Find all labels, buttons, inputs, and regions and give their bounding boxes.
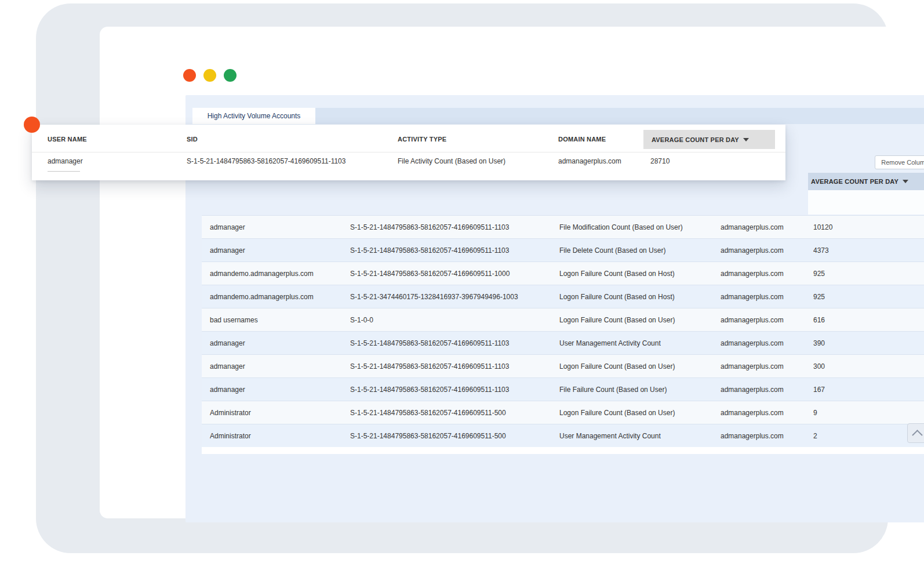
cell-average-count: 10120 [813, 223, 924, 231]
preview-cell-average-count: 28710 [650, 157, 670, 165]
cell-domain-name: admanagerplus.com [721, 409, 813, 417]
cell-activity-type: User Management Activity Count [559, 339, 721, 347]
preview-cell-sid: S-1-5-21-1484795863-58162057-4169609511-… [187, 157, 345, 165]
cell-average-count: 300 [813, 362, 924, 371]
cell-user-name: admanager [210, 362, 350, 371]
cell-sid: S-1-5-21-1484795863-58162057-4169609511-… [350, 362, 559, 371]
preview-cell-domain-name: admanagerplus.com [558, 157, 621, 165]
scroll-to-top-button[interactable] [907, 423, 924, 443]
cell-user-name: bad usernames [210, 316, 350, 324]
window-controls [183, 69, 237, 82]
chevron-up-icon [912, 430, 922, 440]
cell-sid: S-1-5-21-1484795863-58162057-4169609511-… [350, 386, 559, 394]
table-row[interactable]: admanager S-1-5-21-1484795863-58162057-4… [202, 331, 924, 354]
preview-cell-activity-type: File Activity Count (Based on User) [398, 157, 505, 165]
table-row[interactable]: admanager S-1-5-21-1484795863-58162057-4… [202, 354, 924, 377]
cell-sid: S-1-0-0 [350, 316, 559, 324]
tab-bar: High Activity Volume Accounts [192, 108, 924, 124]
hidden-first-row-sliver [808, 190, 924, 215]
cell-user-name: admanager [210, 386, 350, 394]
cell-user-name: Administrator [210, 432, 350, 440]
cell-average-count: 925 [813, 270, 924, 278]
preview-header-user-name[interactable]: USER NAME [48, 136, 87, 143]
table-row[interactable]: admandemo.admanagerplus.com S-1-5-21-148… [202, 261, 924, 285]
cell-activity-type: Logon Failure Count (Based on User) [559, 409, 721, 417]
cell-user-name: admanager [210, 223, 350, 231]
cell-domain-name: admanagerplus.com [721, 316, 813, 324]
window-minimize-button[interactable] [203, 69, 216, 82]
preview-cell-user-name: admanager [48, 157, 83, 165]
preview-header-label: AVERAGE COUNT PER DAY [652, 136, 739, 143]
window-zoom-button[interactable] [224, 69, 237, 82]
preview-header-sid[interactable]: SID [187, 136, 198, 143]
cell-activity-type: Logon Failure Count (Based on Host) [559, 293, 721, 301]
table-row[interactable]: admanager S-1-5-21-1484795863-58162057-4… [202, 238, 924, 261]
preview-header-domain-name[interactable]: DOMAIN NAME [558, 136, 606, 143]
cell-activity-type: File Modification Count (Based on User) [559, 223, 721, 231]
cell-average-count: 390 [813, 339, 924, 347]
sort-desc-caret-icon [743, 138, 749, 141]
cell-user-name: admanager [210, 339, 350, 347]
cell-average-count: 925 [813, 293, 924, 301]
tab-high-activity-volume-accounts[interactable]: High Activity Volume Accounts [192, 108, 315, 124]
table-header-average-count-per-day[interactable]: AVERAGE COUNT PER DAY [808, 173, 924, 190]
cell-domain-name: admanagerplus.com [721, 432, 813, 440]
cell-average-count: 9 [813, 409, 924, 417]
cell-domain-name: admanagerplus.com [721, 246, 813, 255]
cell-domain-name: admanagerplus.com [721, 270, 813, 278]
column-drag-preview: USER NAME SID ACTIVITY TYPE DOMAIN NAME … [32, 125, 785, 180]
user-name-underline [48, 171, 80, 172]
cell-user-name: admandemo.admanagerplus.com [210, 293, 350, 301]
cell-activity-type: User Management Activity Count [559, 432, 721, 440]
cell-domain-name: admanagerplus.com [721, 223, 813, 231]
cell-activity-type: File Failure Count (Based on User) [559, 386, 721, 394]
preview-header-average-count-per-day[interactable]: AVERAGE COUNT PER DAY [643, 130, 775, 149]
cell-sid: S-1-5-21-1484795863-58162057-4169609511-… [350, 246, 559, 255]
cell-domain-name: admanagerplus.com [721, 386, 813, 394]
cell-average-count: 4373 [813, 246, 924, 255]
preview-header-activity-type[interactable]: ACTIVITY TYPE [398, 136, 446, 143]
table-row[interactable]: admandemo.admanagerplus.com S-1-5-21-347… [202, 285, 924, 308]
cell-activity-type: Logon Failure Count (Based on Host) [559, 270, 721, 278]
app-window: High Activity Volume Accounts Remove Col… [100, 27, 917, 518]
cell-activity-type: Logon Failure Count (Based on User) [559, 316, 721, 324]
cell-sid: S-1-5-21-1484795863-58162057-4169609511-… [350, 223, 559, 231]
table-row[interactable]: Administrator S-1-5-21-1484795863-581620… [202, 424, 924, 447]
cell-sid: S-1-5-21-3474460175-1328416937-396794949… [350, 293, 559, 301]
cell-average-count: 616 [813, 316, 924, 324]
cell-activity-type: File Delete Count (Based on User) [559, 246, 721, 255]
table-header-label: AVERAGE COUNT PER DAY [811, 178, 898, 185]
cell-sid: S-1-5-21-1484795863-58162057-4169609511-… [350, 432, 559, 440]
cell-user-name: admanager [210, 246, 350, 255]
cell-user-name: Administrator [210, 409, 350, 417]
cell-average-count: 167 [813, 386, 924, 394]
window-close-button[interactable] [183, 69, 196, 82]
device-frame: High Activity Volume Accounts Remove Col… [36, 3, 888, 553]
table-row[interactable]: Administrator S-1-5-21-1484795863-581620… [202, 401, 924, 424]
preview-divider [32, 152, 785, 152]
cell-activity-type: Logon Failure Count (Based on User) [559, 362, 721, 371]
cell-user-name: admandemo.admanagerplus.com [210, 270, 350, 278]
cell-sid: S-1-5-21-1484795863-58162057-4169609511-… [350, 409, 559, 417]
cell-domain-name: admanagerplus.com [721, 293, 813, 301]
cell-sid: S-1-5-21-1484795863-58162057-4169609511-… [350, 339, 559, 347]
cell-domain-name: admanagerplus.com [721, 362, 813, 371]
drag-cursor-dot [24, 117, 40, 133]
sort-desc-caret-icon [903, 180, 908, 183]
cell-domain-name: admanagerplus.com [721, 339, 813, 347]
remove-columns-button[interactable]: Remove Columns [875, 155, 924, 169]
table-row[interactable]: bad usernames S-1-0-0 Logon Failure Coun… [202, 308, 924, 331]
table-row[interactable]: admanager S-1-5-21-1484795863-58162057-4… [202, 215, 924, 238]
table-row[interactable]: admanager S-1-5-21-1484795863-58162057-4… [202, 377, 924, 401]
activity-table-rows: admanager S-1-5-21-1484795863-58162057-4… [202, 215, 924, 454]
cell-sid: S-1-5-21-1484795863-58162057-4169609511-… [350, 270, 559, 278]
